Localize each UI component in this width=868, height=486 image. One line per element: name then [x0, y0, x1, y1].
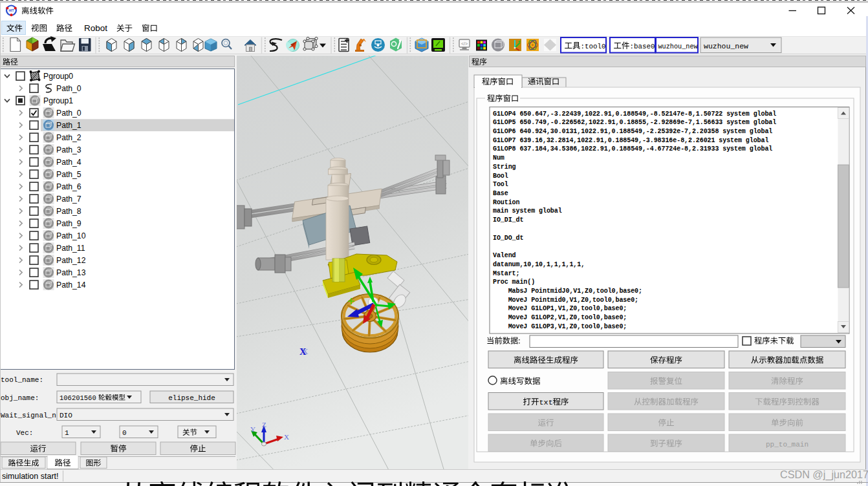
svg-text:HIT: HIT — [8, 8, 14, 12]
svg-text:</>: </> — [461, 41, 468, 46]
svg-text:Path_11: Path_11 — [56, 244, 85, 253]
svg-text:Roution: Roution — [493, 199, 520, 206]
svg-text:G1LOP8 637.184,34.5386,1022.91: G1LOP8 637.184,34.5386,1022.91,0.188549,… — [493, 145, 772, 153]
svg-text:datanum,10,10,1,1,1,1,1,: datanum,10,10,1,1,1,1,1, — [493, 261, 585, 268]
svg-text:Proc main(): Proc main() — [493, 279, 535, 286]
svg-text:Path_12: Path_12 — [56, 256, 86, 265]
svg-text:Path_0: Path_0 — [56, 84, 81, 93]
svg-text::base0: :base0 — [630, 43, 655, 50]
svg-text:MoveJ G1LOP2,V1,Z0,tool0,base0: MoveJ G1LOP2,V1,Z0,tool0,base0; — [493, 314, 627, 321]
svg-text:DIO: DIO — [60, 412, 72, 419]
svg-text:Path_5: Path_5 — [56, 170, 81, 179]
svg-text:1: 1 — [65, 429, 69, 437]
svg-text:wuzhou_new: wuzhou_new — [658, 43, 699, 50]
svg-text:Num: Num — [493, 154, 505, 162]
svg-text:Path_10: Path_10 — [56, 231, 86, 240]
svg-text:Path_13: Path_13 — [56, 268, 86, 277]
svg-text:Path_4: Path_4 — [56, 158, 81, 167]
svg-text:106201560: 106201560 — [60, 394, 96, 402]
svg-text:IO_DO_dt: IO_DO_dt — [493, 235, 523, 242]
svg-text:X: X — [302, 346, 309, 356]
svg-text:Path_7: Path_7 — [56, 195, 81, 204]
svg-text:simulation start!: simulation start! — [2, 472, 59, 481]
svg-text:tool_name:: tool_name: — [1, 376, 43, 384]
svg-text:main system global: main system global — [493, 207, 562, 215]
svg-text:CSDN @j_jun2017: CSDN @j_jun2017 — [780, 469, 868, 481]
svg-text:Path_0: Path_0 — [56, 109, 81, 118]
svg-text:txt: txt — [539, 398, 553, 407]
svg-text:Tool: Tool — [493, 181, 508, 188]
svg-text:Robot: Robot — [84, 23, 107, 33]
svg-text:MoveJ G1LOP3,V1,Z0,tool0,base0: MoveJ G1LOP3,V1,Z0,tool0,base0; — [493, 323, 627, 330]
svg-text:Path_3: Path_3 — [56, 145, 81, 154]
svg-text:MabsJ PointmidJ0,V1,Z0,tool0,b: MabsJ PointmidJ0,V1,Z0,tool0,base0; — [493, 288, 642, 295]
svg-text:Pgroup1: Pgroup1 — [43, 96, 73, 105]
svg-text:wuzhou_new: wuzhou_new — [704, 42, 748, 50]
svg-text:pp_to_main: pp_to_main — [766, 441, 808, 449]
svg-text:Base: Base — [493, 190, 508, 197]
svg-text:Vec:: Vec: — [16, 429, 33, 437]
svg-text:Bool: Bool — [493, 173, 508, 180]
svg-text:Path_6: Path_6 — [56, 182, 81, 191]
svg-text:G1LOP7 639.16,32.2814,1022.91,: G1LOP7 639.16,32.2814,1022.91,0.188549,-… — [493, 137, 768, 144]
svg-text:Path_2: Path_2 — [56, 133, 81, 142]
svg-text:Z: Z — [262, 421, 266, 428]
svg-text:IO_DI_dt: IO_DI_dt — [493, 217, 523, 224]
svg-text:Path_1: Path_1 — [56, 121, 81, 130]
svg-text:MoveJ Pointmid0,V1,Z0,tool0,ba: MoveJ Pointmid0,V1,Z0,tool0,base0; — [493, 297, 638, 304]
svg-text:0: 0 — [122, 429, 127, 437]
svg-text::tool0: :tool0 — [581, 43, 606, 50]
svg-text:Y: Y — [250, 425, 255, 433]
svg-text:MoveJ G1LOP1,V1,Z0,tool0,base0: MoveJ G1LOP1,V1,Z0,tool0,base0; — [493, 305, 627, 312]
svg-text:elipse_hide: elipse_hide — [168, 394, 215, 402]
svg-text:Wait_signal_n: Wait_signal_n — [1, 412, 56, 419]
svg-text:Path_9: Path_9 — [56, 219, 81, 228]
svg-text:Valend: Valend — [493, 252, 516, 259]
svg-text:Path_8: Path_8 — [56, 207, 81, 216]
svg-text:G1LOP6 640.924,30.0131,1022.91: G1LOP6 640.924,30.0131,1022.91,0.188549,… — [493, 128, 772, 135]
svg-text:Mstart;: Mstart; — [493, 270, 519, 277]
svg-text:String: String — [493, 164, 516, 171]
svg-text:obj_name:: obj_name: — [1, 394, 39, 402]
svg-text:Path_14: Path_14 — [56, 280, 86, 290]
svg-text:X: X — [284, 433, 289, 441]
svg-text:Pgroup0: Pgroup0 — [43, 72, 73, 81]
svg-text:G1LOP4 650.647,-3.22439,1022.9: G1LOP4 650.647,-3.22439,1022.91,0.188549… — [493, 111, 776, 118]
svg-text:G1LOP5 650.749,-0.226562,1022.: G1LOP5 650.749,-0.226562,1022.91,0.18855… — [493, 119, 776, 126]
